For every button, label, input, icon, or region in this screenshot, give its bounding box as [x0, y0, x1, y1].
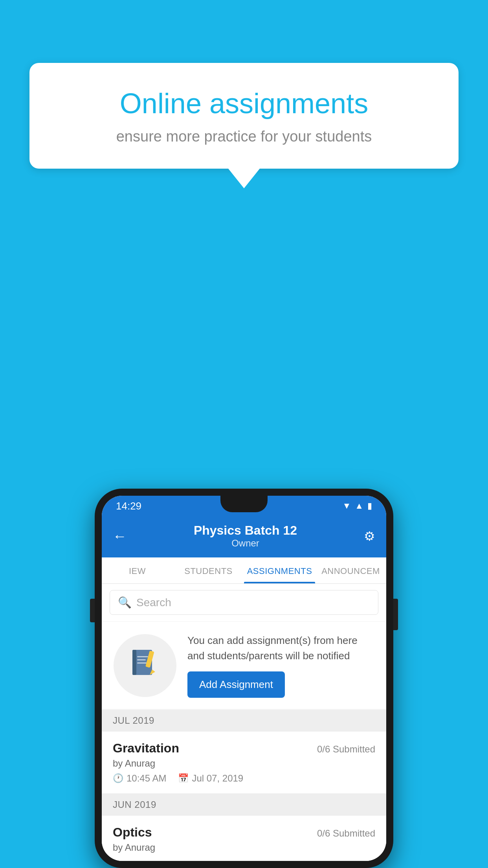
assignment-submitted-gravitation: 0/6 Submitted [317, 744, 375, 755]
assignment-item-optics[interactable]: Optics 0/6 Submitted by Anurag [102, 816, 386, 861]
header-subtitle: Owner [127, 538, 364, 549]
assignment-author-optics: by Anurag [113, 842, 375, 853]
tab-students[interactable]: STUDENTS [173, 557, 244, 583]
svg-rect-1 [132, 650, 136, 675]
assignment-icon [129, 647, 161, 684]
assignment-item-gravitation[interactable]: Gravitation 0/6 Submitted by Anurag 🕐 10… [102, 732, 386, 794]
search-bar[interactable]: 🔍 Search [110, 590, 378, 615]
calendar-icon: 📅 [178, 773, 189, 783]
assignment-time-gravitation: 🕐 10:45 AM [113, 773, 166, 784]
promo-text: You can add assignment(s) from here and … [187, 633, 374, 664]
assignment-row1: Gravitation 0/6 Submitted [113, 741, 375, 756]
assignment-title-gravitation: Gravitation [113, 741, 179, 756]
svg-rect-2 [137, 656, 148, 657]
content-area: 🔍 Search [102, 584, 386, 861]
assignment-row1-optics: Optics 0/6 Submitted [113, 825, 375, 840]
section-header-jun: JUN 2019 [102, 794, 386, 816]
promo-block: You can add assignment(s) from here and … [102, 622, 386, 709]
assignment-date-gravitation: 📅 Jul 07, 2019 [178, 773, 243, 784]
section-header-jul: JUL 2019 [102, 710, 386, 732]
phone-frame: 14:29 ▼ ▲ ▮ ← Physics Batch 12 Owner ⚙ [95, 489, 393, 868]
signal-icon: ▲ [355, 501, 363, 511]
speech-bubble-arrow [228, 169, 260, 188]
back-button[interactable]: ← [113, 528, 127, 544]
app-header: ← Physics Batch 12 Owner ⚙ [102, 516, 386, 557]
speech-bubble-container: Online assignments ensure more practice … [29, 63, 459, 188]
header-center: Physics Batch 12 Owner [127, 523, 364, 549]
svg-rect-4 [137, 662, 147, 664]
tabs-bar: IEW STUDENTS ASSIGNMENTS ANNOUNCEM [102, 557, 386, 584]
tab-iew[interactable]: IEW [102, 557, 173, 583]
search-icon: 🔍 [118, 596, 132, 609]
status-bar: 14:29 ▼ ▲ ▮ [102, 496, 386, 516]
tab-assignments[interactable]: ASSIGNMENTS [244, 557, 315, 583]
search-placeholder: Search [136, 596, 171, 609]
phone-wrapper: 14:29 ▼ ▲ ▮ ← Physics Batch 12 Owner ⚙ [95, 489, 393, 868]
search-container: 🔍 Search [102, 584, 386, 621]
settings-icon[interactable]: ⚙ [364, 529, 375, 544]
promo-right: You can add assignment(s) from here and … [187, 633, 374, 698]
assignment-meta-gravitation: 🕐 10:45 AM 📅 Jul 07, 2019 [113, 773, 375, 784]
assignment-title-optics: Optics [113, 825, 152, 840]
phone-screen: 14:29 ▼ ▲ ▮ ← Physics Batch 12 Owner ⚙ [102, 496, 386, 861]
speech-bubble-subtitle: ensure more practice for your students [57, 128, 431, 145]
assignment-submitted-optics: 0/6 Submitted [317, 828, 375, 839]
speech-bubble-title: Online assignments [57, 86, 431, 120]
header-title: Physics Batch 12 [127, 523, 364, 538]
wifi-icon: ▼ [342, 501, 351, 511]
assignment-author-gravitation: by Anurag [113, 758, 375, 769]
speech-bubble: Online assignments ensure more practice … [29, 63, 459, 169]
add-assignment-button[interactable]: Add Assignment [187, 671, 285, 698]
promo-icon-circle [114, 634, 176, 697]
status-icons: ▼ ▲ ▮ [342, 501, 372, 511]
notch [220, 496, 268, 512]
svg-rect-3 [137, 659, 146, 660]
status-time: 14:29 [116, 500, 141, 512]
battery-icon: ▮ [367, 501, 372, 511]
tab-announcements[interactable]: ANNOUNCEM [315, 557, 386, 583]
clock-icon: 🕐 [113, 773, 123, 783]
